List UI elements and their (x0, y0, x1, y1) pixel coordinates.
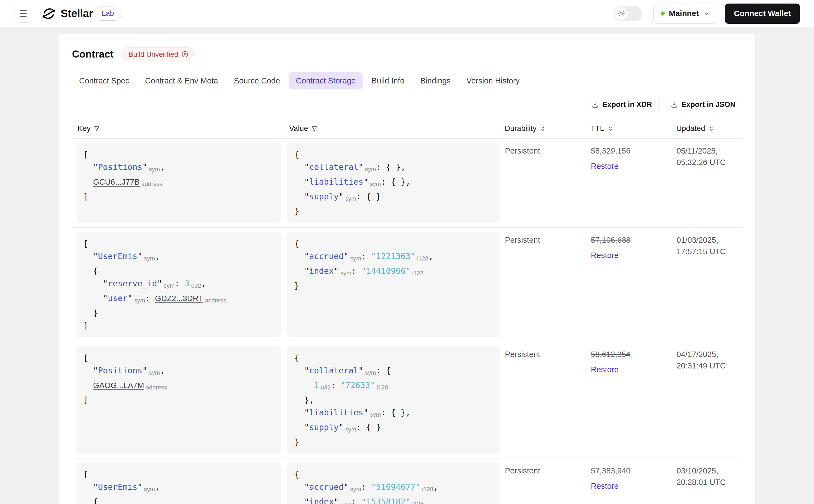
address-link[interactable]: GCU6...J77B (93, 178, 140, 186)
build-badge-label: Build Unverified (128, 50, 178, 59)
network-label: Mainnet (669, 9, 699, 18)
top-bar: Stellar Lab Mainnet Connect Wallet (0, 0, 814, 27)
column-header-value: Value (287, 121, 502, 138)
restore-link[interactable]: Restore (591, 160, 674, 172)
sort-icon[interactable] (607, 125, 614, 132)
updated-timestamp: 01/03/2025,17:57:15 UTC (674, 232, 742, 337)
export-json-label: Export in JSON (681, 100, 735, 109)
table-row: [ "UserEmis" sym, { "reserve_id" sym: 3 … (72, 458, 742, 504)
export-json-button[interactable]: Export in JSON (664, 97, 742, 112)
column-label: Value (289, 124, 308, 133)
ttl-expired-value: 58,329,156 (591, 145, 674, 157)
export-xdr-button[interactable]: Export in XDR (585, 97, 659, 112)
restore-link[interactable]: Restore (591, 250, 674, 261)
stellar-logo-icon (41, 6, 56, 21)
durability-value: Persistent (503, 143, 589, 223)
tab-contract-env-meta[interactable]: Contract & Env Meta (138, 72, 225, 89)
durability-value: Persistent (503, 463, 589, 504)
ttl-expired-value: 57,106,638 (591, 234, 674, 246)
filter-icon[interactable] (311, 125, 318, 132)
export-xdr-label: Export in XDR (602, 100, 652, 109)
updated-timestamp: 03/10/2025,20:28:01 UTC (674, 463, 742, 504)
storage-value-code: { "accrued" sym: "51694677" i128, "index… (287, 463, 500, 504)
download-icon (671, 101, 678, 108)
contract-card: Contract Build Unverified Contract SpecC… (59, 33, 756, 504)
ttl-cell: 58,329,156Restore (589, 143, 674, 223)
storage-key-code: [ "Positions" sym, GAOG...LA7M address] (76, 346, 281, 454)
theme-toggle[interactable] (614, 6, 642, 21)
storage-key-code: [ "UserEmis" sym, { "reserve_id" sym: 3 … (76, 232, 281, 337)
tab-source-code[interactable]: Source Code (227, 72, 287, 89)
table-header: Key Value Durability TTL (72, 121, 742, 139)
ttl-cell: 57,383,940Restore (589, 463, 674, 504)
column-label: Updated (676, 124, 705, 133)
table-row: [ "Positions" sym, GAOG...LA7M address]{… (72, 342, 742, 458)
storage-value-code: { "accrued" sym: "1221363" i128, "index"… (287, 232, 500, 337)
brand[interactable]: Stellar (41, 6, 93, 21)
column-label: Key (77, 124, 91, 133)
column-header-ttl: TTL (588, 121, 674, 138)
tab-version-history[interactable]: Version History (459, 72, 527, 89)
tab-bindings[interactable]: Bindings (413, 72, 458, 89)
network-selector[interactable]: Mainnet (653, 4, 717, 24)
restore-link[interactable]: Restore (591, 364, 674, 375)
hamburger-icon (20, 10, 27, 11)
column-label: TTL (591, 124, 604, 133)
tabs: Contract SpecContract & Env MetaSource C… (72, 72, 742, 89)
tab-contract-storage[interactable]: Contract Storage (289, 72, 363, 89)
light-mode-sun-icon (615, 7, 628, 20)
filter-icon[interactable] (93, 125, 100, 132)
tab-build-info[interactable]: Build Info (364, 72, 412, 89)
durability-value: Persistent (503, 346, 589, 454)
brand-name: Stellar (61, 7, 93, 20)
address-link[interactable]: GAOG...LA7M (93, 381, 144, 390)
column-header-updated: Updated (674, 121, 742, 138)
network-status-dot (661, 11, 665, 16)
table-row: [ "Positions" sym, GCU6...J77B address]{… (72, 139, 742, 228)
tab-contract-spec[interactable]: Contract Spec (72, 72, 136, 89)
lab-badge: Lab (95, 7, 121, 21)
export-toolbar: Export in XDR Export in JSON (72, 97, 742, 112)
storage-table: Key Value Durability TTL (72, 121, 742, 504)
storage-key-code: [ "Positions" sym, GCU6...J77B address] (76, 143, 281, 223)
durability-value: Persistent (503, 232, 589, 337)
chevron-down-icon (703, 10, 710, 17)
address-link[interactable]: GDZ2...3DRT (155, 294, 203, 303)
build-unverified-badge[interactable]: Build Unverified (122, 47, 194, 61)
ttl-expired-value: 58,612,354 (591, 349, 674, 360)
connect-wallet-button[interactable]: Connect Wallet (725, 4, 800, 24)
ttl-expired-value: 57,383,940 (591, 465, 674, 476)
hamburger-menu-button[interactable] (14, 5, 32, 23)
column-header-key: Key (72, 121, 287, 138)
storage-value-code: { "collateral" sym: { 1 u32: "72633" i12… (287, 346, 500, 454)
download-icon (591, 101, 599, 108)
table-row: [ "UserEmis" sym, { "reserve_id" sym: 3 … (72, 228, 742, 342)
sort-icon[interactable] (708, 125, 715, 132)
storage-key-code: [ "UserEmis" sym, { "reserve_id" sym: 3 … (76, 463, 281, 504)
column-label: Durability (505, 124, 537, 133)
restore-link[interactable]: Restore (591, 480, 674, 492)
page-title: Contract (72, 49, 113, 60)
column-header-durability: Durability (502, 121, 588, 138)
table-body: [ "Positions" sym, GCU6...J77B address]{… (72, 139, 742, 504)
ttl-cell: 58,612,354Restore (589, 346, 674, 454)
sort-icon[interactable] (539, 125, 546, 132)
close-circle-icon (181, 50, 189, 58)
updated-timestamp: 04/17/2025,20:31:49 UTC (674, 346, 742, 454)
updated-timestamp: 05/11/2025,05:32:26 UTC (674, 143, 742, 223)
ttl-cell: 57,106,638Restore (589, 232, 674, 337)
storage-value-code: { "collateral" sym: { }, "liabilities" s… (287, 143, 500, 223)
